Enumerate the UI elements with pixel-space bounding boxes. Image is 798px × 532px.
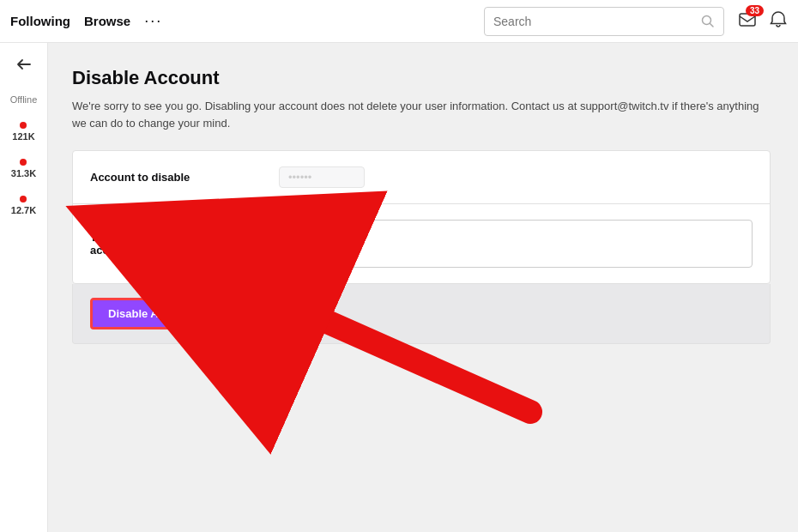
reason-textarea[interactable] — [279, 220, 753, 268]
page-description: We're sorry to see you go. Disabling you… — [72, 98, 771, 131]
live-dot-1 — [20, 122, 27, 129]
bell-icon — [769, 10, 788, 29]
sidebar-item-1[interactable]: 121K — [12, 122, 34, 142]
live-dot-3 — [20, 196, 27, 203]
offline-label: Offline — [10, 94, 38, 105]
sidebar: Offline 121K 31.3K 12.7K — [0, 43, 48, 532]
nav-more-button[interactable]: ··· — [144, 12, 162, 30]
search-bar — [484, 7, 724, 36]
page-title: Disable Account — [72, 67, 771, 89]
alerts-button[interactable] — [769, 10, 788, 33]
search-icon — [701, 15, 715, 28]
sidebar-item-3[interactable]: 12.7K — [11, 196, 36, 215]
action-bar: Disable Account — [72, 284, 771, 344]
nav-icons: 33 — [738, 10, 788, 33]
search-input[interactable] — [493, 15, 694, 28]
notification-badge: 33 — [746, 5, 764, 16]
notifications-inbox-button[interactable]: 33 — [738, 10, 757, 33]
account-value: •••••• — [279, 166, 365, 188]
top-navigation: Following Browse ··· 33 — [0, 0, 798, 43]
nav-following[interactable]: Following — [10, 10, 70, 32]
sidebar-back-button[interactable] — [9, 51, 39, 77]
disable-account-form: Account to disable •••••• Tell us why yo… — [72, 150, 771, 284]
viewer-count-2: 31.3K — [11, 168, 36, 178]
account-row: Account to disable •••••• — [73, 151, 770, 204]
live-dot-2 — [20, 159, 27, 166]
account-label: Account to disable — [90, 171, 279, 184]
back-icon — [15, 56, 33, 73]
reason-row: Tell us why you're disabling your accoun… — [73, 204, 770, 283]
main-content: Disable Account We're sorry to see you g… — [48, 43, 798, 532]
nav-browse[interactable]: Browse — [84, 14, 130, 28]
viewer-count-3: 12.7K — [11, 205, 36, 215]
viewer-count-1: 121K — [12, 131, 34, 142]
sidebar-item-2[interactable]: 31.3K — [11, 159, 36, 178]
main-layout: Offline 121K 31.3K 12.7K Disable Account… — [0, 43, 798, 532]
svg-line-1 — [710, 23, 714, 27]
reason-label: Tell us why you're disabling your accoun… — [90, 231, 279, 257]
disable-account-button[interactable]: Disable Account — [90, 298, 213, 329]
